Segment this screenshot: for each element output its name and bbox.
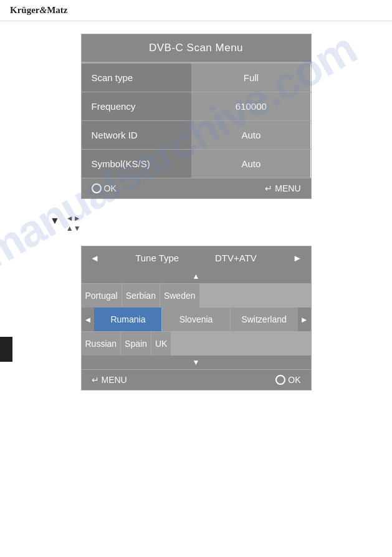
scan-type-value: Full — [191, 64, 310, 92]
menu-button[interactable]: ↵ MENU — [265, 183, 300, 193]
tune-value: DTV+ATV — [215, 253, 257, 263]
header: Krüger&Matz — [0, 0, 392, 21]
country-serbian[interactable]: Serbian — [122, 284, 160, 308]
scan-menu-container: DVB-C Scan Menu Scan type Full Frequency… — [81, 34, 312, 199]
nav-arrows-box: ◄► ▲▼ — [66, 214, 81, 233]
scroll-up-arrow-icon: ▲ — [193, 272, 200, 281]
symbol-label: Symbol(KS/S) — [82, 150, 192, 178]
country-row-1: Portugal Serbian Sweden — [82, 283, 311, 308]
tune-menu-container: ◄ Tune Type DTV+ATV ► ▲ Portugal Serbian… — [81, 246, 312, 390]
black-sidebar-indicator — [0, 337, 12, 362]
scan-type-label: Scan type — [82, 64, 192, 92]
ok-circle-icon — [92, 183, 102, 193]
scan-menu-title: DVB-C Scan Menu — [82, 34, 311, 63]
brand-logo: Krüger&Matz — [10, 5, 67, 16]
scroll-up-indicator[interactable]: ▲ — [82, 269, 311, 283]
symbol-value: Auto — [191, 150, 310, 178]
country-row-2-wrapper: ◄ Rumania Slovenia Switzerland ► — [82, 308, 311, 331]
country-switzerland[interactable]: Switzerland — [231, 308, 298, 331]
ok-label: OK — [104, 183, 117, 193]
scan-type-row[interactable]: Scan type Full — [82, 63, 311, 92]
frequency-label: Frequency — [82, 92, 192, 120]
tune-header[interactable]: ◄ Tune Type DTV+ATV ► — [82, 246, 311, 269]
symbol-row[interactable]: Symbol(KS/S) Auto — [82, 149, 311, 178]
menu-label: MENU — [275, 183, 300, 193]
tune-menu-label: MENU — [102, 375, 127, 385]
country-uk[interactable]: UK — [151, 332, 171, 356]
tune-left-arrow-icon[interactable]: ◄ — [90, 253, 100, 263]
country-row-2: Rumania Slovenia Switzerland — [94, 308, 297, 331]
country-rumania[interactable]: Rumania — [94, 308, 161, 331]
network-id-row[interactable]: Network ID Auto — [82, 120, 311, 149]
tune-ok-label: OK — [288, 375, 300, 385]
menu-cursor-icon: ↵ — [265, 183, 272, 193]
tune-type-label: Tune Type — [135, 253, 179, 263]
nav-up-down-icon: ▲▼ — [66, 224, 81, 234]
scroll-down-indicator[interactable]: ▼ — [82, 356, 311, 369]
tune-ok-button[interactable]: OK — [275, 375, 300, 385]
row-right-arrow-icon[interactable]: ► — [298, 308, 311, 331]
nav-hint: ▼ ◄► ▲▼ — [50, 214, 367, 233]
country-russian[interactable]: Russian — [82, 332, 121, 356]
tune-menu-button[interactable]: ↵ MENU — [92, 375, 127, 385]
row-left-arrow-icon[interactable]: ◄ — [82, 308, 95, 331]
scroll-down-arrow-icon: ▼ — [193, 358, 200, 367]
main-content: DVB-C Scan Menu Scan type Full Frequency… — [0, 21, 392, 403]
network-id-value: Auto — [191, 121, 310, 149]
country-spain[interactable]: Spain — [121, 332, 151, 356]
country-row-3: Russian Spain UK — [82, 331, 311, 356]
nav-down-arrow-icon: ▼ — [50, 215, 60, 226]
ok-button[interactable]: OK — [92, 183, 117, 193]
frequency-row[interactable]: Frequency 610000 — [82, 92, 311, 120]
tune-footer: ↵ MENU OK — [82, 369, 311, 390]
country-sweden[interactable]: Sweden — [160, 284, 199, 308]
tune-menu-cursor-icon: ↵ — [92, 375, 99, 385]
scan-menu-footer: OK ↵ MENU — [82, 178, 311, 198]
country-slovenia[interactable]: Slovenia — [162, 308, 229, 331]
country-portugal[interactable]: Portugal — [82, 284, 122, 308]
tune-right-arrow-icon[interactable]: ► — [293, 253, 302, 263]
network-id-label: Network ID — [82, 121, 192, 149]
nav-left-right-icon: ◄► — [66, 214, 81, 224]
tune-ok-circle-icon — [275, 375, 285, 385]
frequency-value: 610000 — [191, 92, 310, 120]
